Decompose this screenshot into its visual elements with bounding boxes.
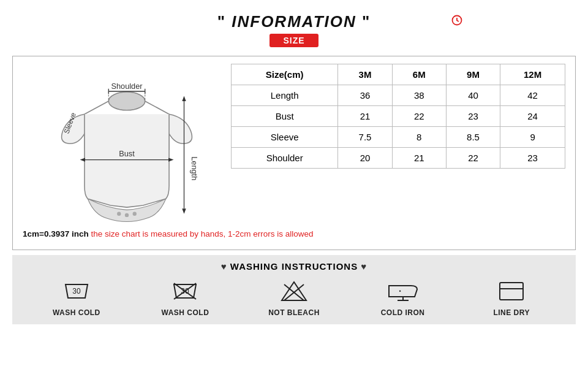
- row-cell: 40: [446, 85, 500, 106]
- svg-text:Bust: Bust: [119, 149, 135, 158]
- svg-text:Length: Length: [190, 156, 199, 180]
- svg-text:30: 30: [72, 287, 81, 295]
- svg-marker-18: [80, 158, 86, 161]
- row-cell: 7.5: [338, 127, 392, 148]
- clock-icon: [451, 15, 462, 26]
- note-bold: 1cm=0.3937 inch: [23, 229, 89, 238]
- row-cell: 24: [500, 106, 565, 127]
- svg-line-6: [145, 101, 169, 114]
- col-header-12m: 12M: [500, 64, 565, 85]
- row-cell: 20: [338, 148, 392, 169]
- washing-icons-row: 30 WASH COLD 30 WASH COLD NOT BLEACH • C…: [22, 278, 566, 317]
- row-cell: 42: [500, 85, 565, 106]
- table-row: Sleeve7.588.59: [232, 127, 565, 148]
- main-box: Shoulder Sleeve Bust Length: [12, 56, 576, 250]
- col-header-label: Size(cm): [232, 64, 338, 85]
- wash-label-cold-iron: COLD IRON: [381, 308, 425, 317]
- wash-item-cold-iron: • COLD IRON: [369, 278, 437, 317]
- wash-cold-x-icon: 30: [168, 278, 202, 305]
- table-row: Bust21222324: [232, 106, 565, 127]
- washing-title: WASHING INSTRUCTIONS: [22, 261, 566, 272]
- col-header-3m: 3M: [338, 64, 392, 85]
- size-badge: SIZE: [270, 34, 318, 47]
- svg-marker-22: [182, 96, 186, 101]
- table-row: Length36384042: [232, 85, 565, 106]
- row-cell: 22: [392, 106, 446, 127]
- table-header-row: Size(cm) 3M 6M 9M 12M: [232, 64, 565, 85]
- svg-point-7: [117, 212, 121, 216]
- table-row: Shoulder20212223: [232, 148, 565, 169]
- content-row: Shoulder Sleeve Bust Length: [23, 64, 565, 223]
- svg-marker-23: [182, 208, 186, 214]
- cold-iron-icon: •: [386, 278, 420, 305]
- svg-rect-35: [500, 283, 523, 300]
- note-red: the size chart is measured by hands, 1-2…: [91, 229, 313, 238]
- row-label: Bust: [232, 106, 338, 127]
- row-cell: 8.5: [446, 127, 500, 148]
- row-cell: 22: [446, 148, 500, 169]
- note-line: 1cm=0.3937 inch the size chart is measur…: [23, 229, 565, 238]
- row-cell: 21: [338, 106, 392, 127]
- wash-label-line-dry: LINE DRY: [493, 308, 530, 317]
- row-cell: 8: [392, 127, 446, 148]
- svg-text:•: •: [399, 288, 401, 294]
- svg-point-9: [133, 212, 137, 216]
- row-cell: 36: [338, 85, 392, 106]
- size-table-wrap: Size(cm) 3M 6M 9M 12M Length36384042Bust…: [231, 64, 565, 223]
- svg-marker-19: [168, 158, 174, 161]
- row-cell: 38: [392, 85, 446, 106]
- svg-point-8: [125, 213, 129, 217]
- row-cell: 23: [446, 106, 500, 127]
- wash-label-wash-cold-2: WASH COLD: [161, 308, 209, 317]
- size-table: Size(cm) 3M 6M 9M 12M Length36384042Bust…: [231, 64, 565, 169]
- svg-line-5: [85, 101, 108, 114]
- row-label: Sleeve: [232, 127, 338, 148]
- wash-item-not-bleach: NOT BLEACH: [260, 278, 328, 317]
- row-label: Length: [232, 85, 338, 106]
- wash-item-wash-cold-2: 30 WASH COLD: [151, 278, 219, 317]
- header: INFORMATION SIZE: [12, 6, 576, 51]
- wash-item-wash-cold-1: 30 WASH COLD: [43, 278, 110, 317]
- page-wrapper: INFORMATION SIZE: [12, 6, 576, 324]
- col-header-9m: 9M: [446, 64, 500, 85]
- wash-label-wash-cold-1: WASH COLD: [53, 308, 100, 317]
- svg-point-3: [456, 20, 458, 21]
- garment-diagram: Shoulder Sleeve Bust Length: [23, 64, 231, 223]
- page-title: INFORMATION: [12, 12, 576, 31]
- row-cell: 21: [392, 148, 446, 169]
- svg-text:Shoulder: Shoulder: [111, 82, 143, 91]
- row-label: Shoulder: [232, 148, 338, 169]
- wash-cold-icon: 30: [60, 278, 93, 305]
- line-dry-icon: [495, 278, 528, 305]
- wash-item-line-dry: LINE DRY: [478, 278, 545, 317]
- svg-point-4: [108, 92, 145, 110]
- no-bleach-icon: [277, 278, 311, 305]
- wash-label-not-bleach: NOT BLEACH: [268, 308, 320, 317]
- washing-section: WASHING INSTRUCTIONS 30 WASH COLD 30 WAS…: [12, 255, 576, 324]
- row-cell: 9: [500, 127, 565, 148]
- col-header-6m: 6M: [392, 64, 446, 85]
- row-cell: 23: [500, 148, 565, 169]
